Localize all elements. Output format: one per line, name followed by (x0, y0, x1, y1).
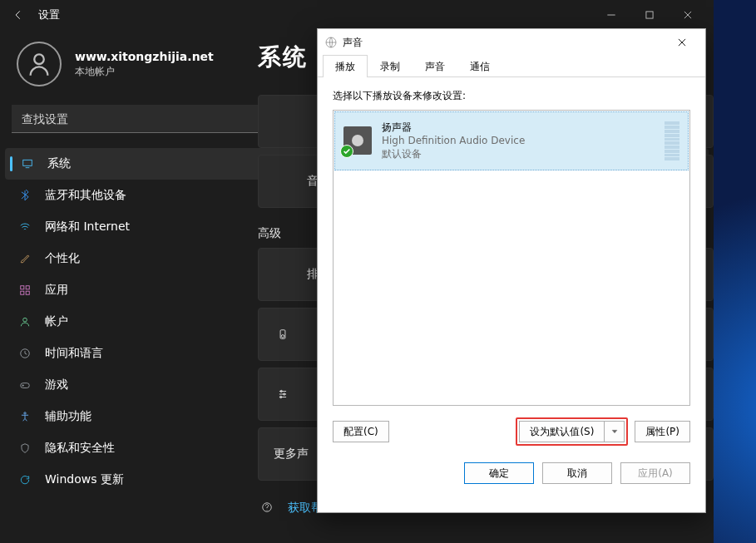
speaker-device-icon (343, 126, 372, 155)
svg-rect-3 (23, 160, 32, 165)
playback-instruction: 选择以下播放设备来修改设置: (333, 89, 690, 103)
nav-bluetooth-label: 蓝牙和其他设备 (45, 188, 126, 203)
vu-meter-icon (665, 121, 679, 160)
playback-device-sub: High Definition Audio Device (382, 134, 665, 147)
sound-dialog-title-bar: 声音 (318, 29, 705, 56)
update-icon (17, 471, 33, 488)
accessibility-icon (17, 408, 33, 425)
sound-dialog-toolbar: 配置(C) 设为默认值(S) 属性(P) (333, 417, 690, 446)
set-default-button[interactable]: 设为默认值(S) (519, 421, 605, 442)
tab-playback-label: 播放 (335, 61, 355, 72)
clock-icon (17, 345, 33, 362)
playback-device-state: 默认设备 (382, 147, 665, 160)
cancel-button[interactable]: 取消 (542, 462, 612, 484)
nav-time-label: 时间和语言 (45, 346, 103, 361)
system-icon (19, 155, 36, 172)
close-icon (682, 9, 694, 21)
nav-game-label: 游戏 (45, 378, 68, 392)
svg-rect-7 (26, 291, 29, 294)
nav-accounts-label: 帐户 (45, 314, 68, 329)
minimize-button[interactable] (592, 2, 630, 28)
account-icon (17, 313, 33, 330)
svg-rect-5 (26, 286, 29, 289)
user-name: www.xitongzhijia.net (75, 50, 214, 63)
settings-title: 设置 (38, 7, 60, 22)
tab-recording-label: 录制 (380, 61, 400, 72)
sound-dialog-footer: 确定 取消 应用(A) (318, 456, 705, 491)
sound-dialog-title: 声音 (343, 36, 363, 50)
nav-access-label: 辅助功能 (45, 409, 91, 424)
nav-update-label: Windows 更新 (45, 472, 124, 487)
sound-dialog: 声音 播放 录制 声音 通信 选择以下播放设备来修改设置: 扬声器 High D… (317, 28, 706, 513)
default-check-icon (340, 145, 353, 158)
tab-sounds[interactable]: 声音 (413, 55, 457, 77)
back-button[interactable] (7, 3, 30, 27)
trouble-icon (274, 265, 292, 284)
apps-icon (17, 282, 33, 299)
apply-button[interactable]: 应用(A) (620, 462, 690, 484)
sound-globe-icon (324, 36, 338, 49)
svg-rect-0 (646, 12, 653, 18)
set-default-group: 设为默认值(S) (516, 417, 628, 446)
user-icon (27, 52, 51, 77)
nav-apps-label: 应用 (45, 283, 68, 298)
user-sub: 本地帐户 (75, 65, 214, 79)
playback-device-list[interactable]: 扬声器 High Definition Audio Device 默认设备 (333, 110, 690, 406)
nav-privacy-label: 隐私和安全性 (45, 441, 115, 456)
chevron-down-icon (610, 427, 619, 436)
bluetooth-icon (17, 187, 33, 204)
nav-system-label: 系统 (47, 156, 71, 171)
configure-button[interactable]: 配置(C) (333, 421, 389, 442)
svg-point-1 (34, 54, 44, 64)
tab-playback[interactable]: 播放 (323, 55, 368, 77)
close-icon (676, 37, 688, 48)
sound-dialog-body: 选择以下播放设备来修改设置: 扬声器 High Definition Audio… (318, 77, 705, 456)
game-icon (17, 377, 33, 393)
svg-rect-6 (21, 291, 24, 294)
tab-sounds-label: 声音 (425, 61, 445, 72)
set-default-dropdown[interactable] (605, 421, 625, 442)
maximize-icon (644, 9, 655, 21)
sliders-icon (274, 385, 292, 403)
playback-device-name: 扬声器 (382, 121, 665, 134)
volume-icon (274, 172, 292, 190)
speaker-icon (274, 325, 292, 343)
svg-point-11 (24, 412, 26, 414)
tab-communications[interactable]: 通信 (457, 55, 502, 77)
titlebar: 设置 (0, 0, 714, 30)
sound-dialog-tabs: 播放 录制 声音 通信 (318, 56, 705, 77)
maximize-button[interactable] (630, 2, 669, 28)
minimize-icon (605, 9, 617, 21)
svg-rect-4 (21, 286, 24, 289)
help-icon (261, 501, 273, 516)
close-button[interactable] (669, 2, 707, 28)
nav-network-label: 网络和 Internet (45, 220, 130, 234)
nav-personal-label: 个性化 (45, 251, 80, 266)
sound-dialog-close[interactable] (665, 31, 699, 54)
wifi-icon (17, 219, 33, 235)
nav-accent-bar (10, 156, 12, 171)
brush-icon (17, 250, 33, 267)
card-more-label: 更多声 (274, 447, 309, 462)
shield-icon (17, 440, 33, 457)
arrow-left-icon (12, 9, 24, 21)
avatar (17, 42, 62, 86)
tab-recording[interactable]: 录制 (368, 55, 413, 77)
playback-device-row[interactable]: 扬声器 High Definition Audio Device 默认设备 (334, 111, 689, 170)
tab-comm-label: 通信 (470, 61, 490, 72)
ok-button[interactable]: 确定 (464, 462, 534, 484)
svg-point-13 (281, 335, 284, 338)
svg-rect-10 (21, 383, 30, 388)
desktop-strip (714, 0, 756, 543)
svg-point-8 (23, 318, 27, 322)
playback-device-text: 扬声器 High Definition Audio Device 默认设备 (382, 121, 665, 161)
properties-button[interactable]: 属性(P) (635, 421, 690, 442)
